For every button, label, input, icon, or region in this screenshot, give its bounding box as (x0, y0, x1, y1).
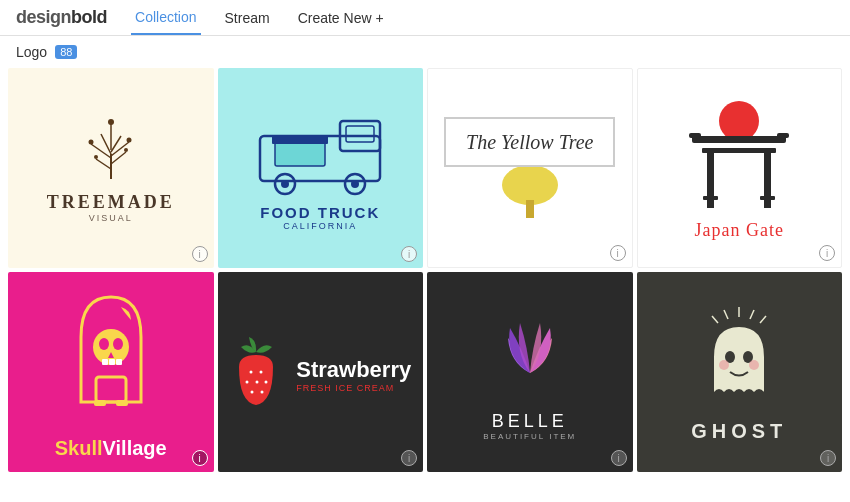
svg-line-3 (91, 144, 111, 158)
svg-line-1 (96, 159, 111, 169)
nav-collection[interactable]: Collection (131, 1, 200, 35)
svg-rect-27 (777, 133, 789, 138)
card-belle[interactable]: BELLE BEAUTIFUL ITEM i (427, 272, 633, 472)
foodtruck-icon (250, 106, 390, 196)
belle-sub: BEAUTIFUL ITEM (483, 432, 576, 441)
japangate-title: Japan Gate (695, 220, 784, 241)
svg-line-54 (760, 316, 766, 323)
info-icon-foodtruck[interactable]: i (401, 246, 417, 262)
treemade-sub: VISUAL (89, 213, 133, 223)
info-icon-strawberry[interactable]: i (401, 450, 417, 466)
treemade-title: TREEMADE (47, 192, 175, 213)
card-japangate[interactable]: Japan Gate i (637, 68, 843, 268)
svg-line-5 (101, 134, 111, 154)
svg-rect-26 (689, 133, 701, 138)
card-skull[interactable]: SkullVillage i (8, 272, 214, 472)
svg-rect-42 (116, 400, 128, 406)
svg-point-8 (108, 119, 114, 125)
svg-point-49 (261, 391, 264, 394)
svg-point-35 (113, 338, 123, 350)
strawberry-icon (229, 337, 284, 407)
svg-point-45 (246, 381, 249, 384)
svg-rect-15 (346, 126, 374, 142)
strawberry-title: Strawberry (296, 357, 411, 383)
svg-rect-41 (94, 400, 106, 406)
svg-point-21 (351, 180, 359, 188)
card-strawberry[interactable]: Strawberry FRESH ICE CREAM i (218, 272, 424, 472)
skull-village-title: SkullVillage (8, 437, 214, 460)
info-icon-yellowtree[interactable]: i (610, 245, 626, 261)
svg-point-11 (94, 155, 98, 159)
svg-point-34 (99, 338, 109, 350)
info-icon-skull[interactable]: i (192, 450, 208, 466)
foodtruck-sub: CALIFORNIA (283, 221, 357, 231)
svg-line-53 (712, 316, 718, 323)
svg-point-19 (281, 180, 289, 188)
svg-point-43 (250, 371, 253, 374)
info-icon-japangate[interactable]: i (819, 245, 835, 261)
svg-line-52 (750, 310, 754, 319)
tree-icon (71, 114, 151, 184)
strawberry-sub: FRESH ICE CREAM (296, 383, 411, 393)
info-icon-treemade[interactable]: i (192, 246, 208, 262)
svg-point-58 (749, 360, 759, 370)
svg-point-12 (124, 148, 128, 152)
svg-point-10 (126, 137, 131, 142)
card-treemade[interactable]: TREEMADE VISUAL i (8, 68, 214, 268)
header: designbold Collection Stream Create New … (0, 0, 850, 36)
svg-rect-16 (275, 141, 325, 166)
ghost-title: GHOST (691, 420, 787, 443)
info-icon-ghost[interactable]: i (820, 450, 836, 466)
svg-point-46 (256, 381, 259, 384)
svg-line-51 (724, 310, 728, 319)
svg-point-47 (265, 381, 268, 384)
svg-point-9 (88, 139, 93, 144)
ghost-icon (694, 302, 784, 412)
svg-point-44 (260, 371, 263, 374)
svg-rect-23 (526, 200, 534, 218)
svg-rect-25 (692, 136, 786, 143)
nav-stream[interactable]: Stream (221, 2, 274, 34)
card-foodtruck[interactable]: FOOD TRUCK CALIFORNIA i (218, 68, 424, 268)
foodtruck-title: FOOD TRUCK (260, 204, 380, 221)
category-label: Logo (16, 44, 47, 60)
svg-point-22 (502, 165, 558, 205)
svg-point-48 (251, 391, 254, 394)
logo-grid: TREEMADE VISUAL i (0, 68, 850, 480)
lotus-icon (480, 303, 580, 403)
svg-rect-17 (272, 136, 328, 144)
yellow-tree-icon (500, 165, 560, 220)
info-icon-belle[interactable]: i (611, 450, 627, 466)
svg-rect-37 (102, 359, 108, 365)
svg-rect-32 (760, 196, 775, 200)
svg-point-57 (719, 360, 729, 370)
skull-icon (66, 282, 156, 412)
belle-title: BELLE (492, 411, 568, 432)
svg-rect-38 (109, 359, 115, 365)
svg-point-24 (719, 101, 759, 141)
yellowtree-title: The Yellow Tree (444, 117, 615, 167)
card-ghost[interactable]: GHOST i (637, 272, 843, 472)
sub-header: Logo 88 (0, 36, 850, 68)
logo: designbold (16, 7, 107, 28)
card-yellowtree[interactable]: The Yellow Tree i (427, 68, 633, 268)
svg-rect-40 (96, 377, 126, 402)
svg-rect-39 (116, 359, 122, 365)
nav-create-new[interactable]: Create New + (294, 2, 388, 34)
count-badge: 88 (55, 45, 77, 59)
japangate-icon (684, 96, 794, 216)
svg-rect-31 (703, 196, 718, 200)
